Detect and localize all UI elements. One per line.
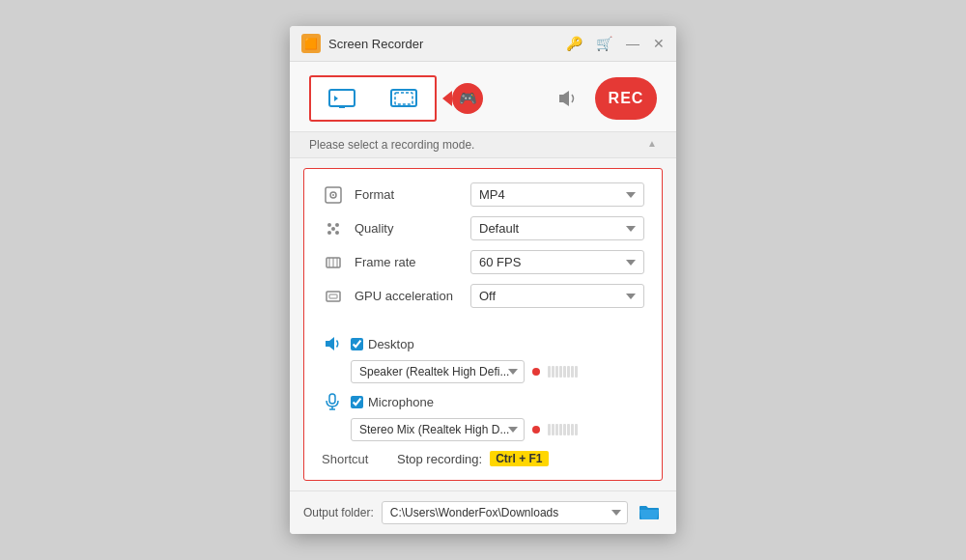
- framerate-label: Frame rate: [355, 255, 461, 269]
- window-title: Screen Recorder: [328, 37, 423, 51]
- quality-icon: [322, 217, 345, 240]
- desktop-bar-6: [567, 366, 570, 378]
- mic-bar-7: [571, 424, 574, 435]
- microphone-level-bars: [548, 424, 578, 435]
- hint-bar: Please select a recording mode. ▲: [290, 132, 676, 158]
- cart-icon[interactable]: 🛒: [596, 36, 612, 51]
- key-icon[interactable]: 🔑: [566, 36, 582, 51]
- output-bar: Output folder: C:\Users\WonderFox\Downlo…: [290, 490, 676, 534]
- quality-select[interactable]: Default High Medium Low: [470, 216, 644, 240]
- minimize-icon[interactable]: —: [626, 36, 639, 51]
- microphone-device-row: Stereo Mix (Realtek High D...: [351, 418, 644, 441]
- shortcut-label: Shortcut: [322, 452, 389, 466]
- audio-section: Desktop Speaker (Realtek High Defi...: [322, 333, 644, 441]
- desktop-level-dot: [532, 368, 540, 376]
- title-bar-controls: 🔑 🛒 — ✕: [566, 36, 665, 51]
- desktop-audio-row: Desktop: [322, 333, 644, 354]
- mic-bar-3: [555, 424, 558, 435]
- title-bar: 🟧 Screen Recorder 🔑 🛒 — ✕: [290, 26, 676, 62]
- left-arrow-icon: [442, 91, 452, 106]
- gpu-icon: [322, 285, 345, 308]
- app-icon: 🟧: [301, 34, 321, 53]
- svg-marker-18: [326, 337, 334, 350]
- desktop-device-select[interactable]: Speaker (Realtek High Defi...: [351, 360, 525, 383]
- quality-row: Quality Default High Medium Low: [322, 216, 644, 240]
- svg-rect-16: [327, 292, 340, 301]
- sound-button[interactable]: [545, 77, 587, 120]
- svg-marker-3: [559, 91, 569, 106]
- stop-recording-label: Stop recording:: [397, 452, 482, 466]
- svg-rect-0: [329, 90, 355, 106]
- framerate-row: Frame rate 60 FPS 30 FPS 24 FPS 15 FPS: [322, 250, 644, 274]
- hint-text: Please select a recording mode.: [309, 138, 474, 152]
- title-bar-left: 🟧 Screen Recorder: [301, 34, 423, 53]
- desktop-bar-5: [563, 366, 566, 378]
- microphone-checkbox-label[interactable]: Microphone: [351, 395, 434, 409]
- app-window: 🟧 Screen Recorder 🔑 🛒 — ✕: [290, 26, 676, 534]
- gpu-select[interactable]: Off On: [470, 284, 644, 308]
- desktop-bar-8: [575, 366, 578, 378]
- mic-bar-1: [548, 424, 551, 435]
- desktop-checkbox[interactable]: [351, 338, 363, 350]
- mode-button-group: [309, 75, 437, 122]
- svg-point-8: [335, 223, 339, 227]
- rec-button[interactable]: REC: [595, 77, 657, 120]
- open-folder-button[interactable]: [636, 499, 663, 526]
- desktop-device-row: Speaker (Realtek High Defi...: [351, 360, 644, 383]
- scroll-up-icon[interactable]: ▲: [647, 138, 657, 149]
- desktop-level-bars: [548, 366, 578, 378]
- desktop-label: Desktop: [368, 337, 414, 351]
- rec-controls: REC: [545, 77, 657, 120]
- microphone-checkbox[interactable]: [351, 396, 363, 408]
- desktop-bar-4: [559, 366, 562, 378]
- mic-bar-6: [567, 424, 570, 435]
- arrow-group: 🎮: [442, 83, 483, 114]
- shortcut-row: Shortcut Stop recording: Ctrl + F1: [322, 451, 644, 466]
- quality-label: Quality: [355, 221, 461, 236]
- mic-bar-8: [575, 424, 578, 435]
- close-icon[interactable]: ✕: [653, 36, 665, 51]
- framerate-icon: [322, 251, 345, 274]
- format-select[interactable]: MP4 AVI MOV FLV MKV GIF: [470, 182, 644, 207]
- svg-rect-17: [329, 294, 337, 298]
- format-label: Format: [355, 187, 461, 202]
- output-path-select[interactable]: C:\Users\WonderFox\Downloads: [382, 501, 628, 524]
- svg-point-9: [327, 231, 331, 235]
- screen-record-button[interactable]: [311, 77, 373, 120]
- svg-point-7: [327, 223, 331, 227]
- svg-point-11: [331, 227, 335, 231]
- microphone-device-select[interactable]: Stereo Mix (Realtek High D...: [351, 418, 525, 441]
- toolbar: 🎮 REC: [290, 62, 676, 132]
- desktop-bar-3: [555, 366, 558, 378]
- mic-bar-5: [563, 424, 566, 435]
- microphone-audio-row: Microphone: [322, 391, 644, 412]
- desktop-bar-7: [571, 366, 574, 378]
- settings-panel: Format MP4 AVI MOV FLV MKV GIF: [303, 168, 663, 481]
- output-label: Output folder:: [303, 506, 374, 519]
- desktop-bar-1: [548, 366, 551, 378]
- format-row: Format MP4 AVI MOV FLV MKV GIF: [322, 182, 644, 207]
- toolbar-left: 🎮: [309, 75, 483, 122]
- microphone-level-dot: [532, 426, 540, 434]
- speaker-icon: [322, 333, 343, 354]
- microphone-label: Microphone: [368, 395, 434, 409]
- svg-point-6: [332, 194, 334, 196]
- microphone-icon: [322, 391, 343, 412]
- framerate-select[interactable]: 60 FPS 30 FPS 24 FPS 15 FPS: [470, 250, 644, 274]
- gamepad-icon[interactable]: 🎮: [452, 83, 483, 114]
- region-record-button[interactable]: [373, 77, 435, 120]
- format-icon: [322, 183, 345, 207]
- shortcut-key: Ctrl + F1: [490, 451, 548, 466]
- desktop-bar-2: [552, 366, 554, 378]
- svg-rect-19: [329, 394, 335, 404]
- mic-bar-4: [559, 424, 562, 435]
- svg-rect-2: [395, 93, 412, 104]
- mic-bar-2: [552, 424, 554, 435]
- svg-point-10: [335, 231, 339, 235]
- gpu-row: GPU acceleration Off On: [322, 284, 644, 308]
- desktop-checkbox-label[interactable]: Desktop: [351, 337, 414, 351]
- gpu-label: GPU acceleration: [355, 289, 461, 303]
